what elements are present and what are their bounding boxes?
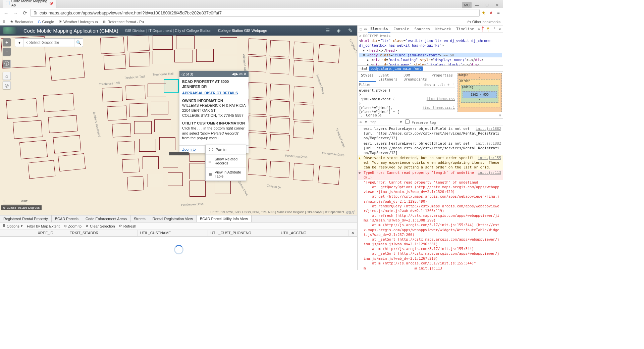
bookmark-item[interactable]: ★ Bookmarks (10, 19, 33, 24)
search-icon[interactable]: 🔍 (74, 39, 83, 47)
col-acct[interactable]: UTIL_ACCTNO (278, 230, 348, 236)
css-rule[interactable]: jimu-theme.css .jimu-main-font { ⋮ } (359, 97, 455, 105)
window-maximize-icon[interactable]: ☐ (482, 2, 492, 8)
device-icon[interactable]: ▭ (364, 27, 368, 31)
hov-toggle[interactable]: :hov (423, 83, 431, 87)
preserve-log-checkbox[interactable]: Preserve log (405, 119, 436, 124)
reload-button[interactable]: ⟳ (21, 9, 29, 17)
pdf-icon[interactable]: A (488, 10, 494, 16)
column-settings-icon[interactable]: ✕ (348, 230, 357, 236)
back-button[interactable]: ← (2, 9, 10, 17)
map-canvas[interactable]: Treehouse Trail Treehouse Trail Treehous… (0, 36, 357, 215)
target-icon[interactable]: ⊕ (3, 206, 6, 209)
browser-tab[interactable]: Code Mobile Mapping Ap ⊗ (3, 0, 56, 8)
devtools-menu-icon[interactable]: ⋮ (492, 27, 496, 31)
popup-prev-icon[interactable]: ◀ (232, 72, 234, 76)
cls-toggle[interactable]: .cls (437, 83, 445, 87)
bookmark-item[interactable]: 🗎 Reference format - Pu (103, 20, 144, 24)
related-icon: ☷ (208, 159, 212, 163)
props-tab[interactable]: Properties (430, 72, 455, 82)
menu-icon[interactable]: ≡ (496, 10, 501, 16)
zoom-to-button[interactable]: ⊕ Zoom to (64, 224, 82, 228)
listeners-tab[interactable]: Event Listeners (376, 72, 401, 82)
layers-icon[interactable]: ◈ (335, 27, 342, 34)
pan-icon: ⛶ (208, 147, 213, 152)
console-menu-icon[interactable]: ⋮ (360, 113, 363, 117)
tab-streets[interactable]: Streets (130, 215, 149, 222)
console-close-icon[interactable]: ✕ (499, 113, 501, 117)
other-bookmarks[interactable]: 🗀 Other bookmarks (467, 20, 500, 24)
add-rule-icon[interactable]: + (447, 83, 449, 87)
clear-selection-button[interactable]: ✕ Clear Selection (86, 224, 115, 228)
popup-next-icon[interactable]: ▶ (235, 72, 238, 76)
road-label: Ponderosa Drive (285, 154, 308, 159)
geocoder-search[interactable]: ▾ 🔍 (15, 38, 83, 47)
col-xref[interactable]: XREF_ID (0, 230, 67, 236)
more-tabs-icon[interactable]: » (477, 27, 481, 31)
info-button[interactable]: ⓘ (3, 60, 11, 68)
popup-title: BCAD PROPERTY AT 3000 JENNIFER DR (182, 79, 246, 89)
tab-timeline[interactable]: Timeline (454, 26, 476, 32)
devtools-close-icon[interactable]: ✕ (498, 27, 502, 31)
styles-filter[interactable]: Filter (359, 83, 371, 87)
view-attribute-item[interactable]: ▦ View in Attribute Table (206, 168, 246, 181)
appraisal-link[interactable]: APPRAISAL DISTRICT DETAILS (182, 91, 246, 96)
tab-bcad-utility[interactable]: BCAD Parcel Utility Info View (197, 215, 252, 222)
address-bar[interactable]: 🗎 cstx.maps.arcgis.com/apps/webappviewer… (30, 9, 480, 17)
apps-icon[interactable]: ⠿ (3, 19, 5, 24)
tab-bcad-parcels[interactable]: BCAD Parcels (52, 215, 82, 222)
tab-registered-rental[interactable]: Registered Rental Property (0, 215, 52, 222)
star-icon[interactable]: ★ (481, 10, 486, 16)
attribute-tabs: Registered Rental Property BCAD Parcels … (0, 215, 357, 222)
road-label: Longleaf Drive-Longleaf Drive (349, 39, 357, 76)
legend-icon[interactable]: ☰ (324, 27, 331, 34)
home-button[interactable]: ⌂ (3, 72, 11, 80)
loading-spinner-icon (174, 245, 183, 254)
console-output[interactable]: init.js:1882esri.layers.FeatureLayer: ob… (358, 126, 503, 270)
panel-toggle-handle[interactable] (169, 152, 189, 155)
tab-elements[interactable]: Elements (368, 26, 390, 33)
refresh-button[interactable]: ⟳ Refresh (119, 224, 137, 228)
clear-console-icon[interactable]: ⊘ (360, 120, 362, 124)
styles-tab[interactable]: Styles (359, 72, 376, 82)
popup-maximize-icon[interactable]: ▭ (239, 72, 243, 76)
options-button[interactable]: ⠿ Options ▾ (3, 224, 23, 228)
selected-parcel (164, 79, 179, 93)
pan-to-item[interactable]: ⛶ Pan to (206, 145, 246, 155)
tab-network[interactable]: Network (433, 26, 453, 32)
filter-icon[interactable]: ▼ (365, 120, 367, 124)
styles-menu-icon[interactable]: ⋮ (451, 83, 455, 87)
zoom-in-button[interactable]: + (3, 38, 11, 46)
col-custname[interactable]: UTIL_CUSTNAME (138, 230, 208, 236)
elements-tree[interactable]: <!DOCTYPE html> <html dir="ltr" class="e… (358, 33, 503, 66)
zoom-to-link[interactable]: Zoom to (182, 147, 196, 151)
col-phone[interactable]: UTIL_CUST_PHONENO (208, 230, 278, 236)
inspect-icon[interactable]: ⬚ (359, 27, 363, 31)
profile-badge[interactable]: MC (462, 2, 472, 8)
filter-extent-button[interactable]: Filter by Map Extent (27, 224, 60, 228)
popup-close-icon[interactable]: ✕ (244, 72, 247, 76)
search-input[interactable] (24, 39, 74, 47)
dom-bp-tab[interactable]: DOM Breakpoints (401, 72, 429, 82)
window-close-icon[interactable]: ✕ (492, 2, 502, 8)
app-header: Code Mobile Mapping Application (CMMA) G… (0, 26, 357, 36)
tab-close-icon[interactable]: ⊗ (49, 0, 53, 6)
tab-console[interactable]: Console (391, 26, 411, 32)
tab-sources[interactable]: Sources (412, 26, 432, 32)
show-related-item[interactable]: ☷ Show Related Records (206, 155, 246, 168)
zoom-out-button[interactable]: − (3, 48, 11, 56)
bookmark-item[interactable]: ☀ Weather Undergroun (59, 19, 98, 24)
tab-code-enforcement[interactable]: Code Enforcement Areas (82, 215, 130, 222)
col-sitaddr[interactable]: TRKIT_SITADDR (67, 230, 138, 236)
window-minimize-icon[interactable]: — (472, 2, 482, 8)
bookmark-item[interactable]: G Google (38, 20, 54, 24)
measure-icon[interactable]: ✎ (346, 27, 354, 34)
table-icon: ▦ (208, 172, 212, 177)
elements-breadcrumb[interactable]: html body.claro.jimu-main-font (358, 66, 503, 72)
road-label: Treehouse Trail (153, 72, 174, 76)
app-link[interactable]: College Station GIS Webpage (218, 29, 267, 33)
tab-rental-reg-view[interactable]: Rental Registration View (149, 215, 197, 222)
css-rule[interactable]: element.style { } (359, 88, 455, 96)
locate-button[interactable]: ◎ (3, 81, 11, 89)
geocoder-dropdown[interactable]: ▾ (15, 39, 24, 47)
